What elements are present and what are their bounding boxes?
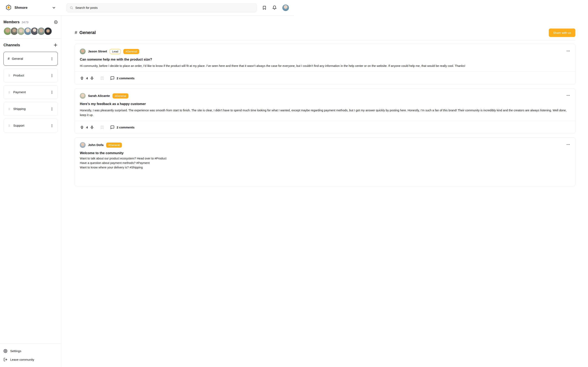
drag-handle-icon[interactable] xyxy=(8,91,11,94)
hash-icon: # xyxy=(75,30,77,35)
author-avatar xyxy=(80,142,86,148)
post-title: Here’s my feedback as a happy customer xyxy=(75,99,294,106)
channel-menu-button[interactable] xyxy=(50,74,54,77)
channel-item-support[interactable]: Support xyxy=(3,119,58,133)
author-avatar xyxy=(80,93,86,99)
bookmark-icon xyxy=(262,6,267,10)
vote-count: 4 xyxy=(86,76,88,80)
kebab-icon xyxy=(50,124,54,128)
divider xyxy=(75,40,294,40)
eye-icon xyxy=(54,20,58,24)
page-title: # General xyxy=(75,30,96,35)
upvote-button[interactable] xyxy=(80,76,84,80)
arrow-down-icon xyxy=(90,76,94,80)
kebab-icon xyxy=(50,107,54,111)
channel-menu-button[interactable] xyxy=(50,124,54,128)
members-title: Members xyxy=(3,20,20,24)
upvote-button[interactable] xyxy=(80,125,84,129)
save-post-button[interactable] xyxy=(100,76,104,80)
channel-item-product[interactable]: Product xyxy=(3,68,58,82)
chevron-down-icon[interactable] xyxy=(52,6,56,10)
kebab-icon xyxy=(50,74,54,77)
comment-icon xyxy=(110,125,114,129)
community-switcher[interactable]: Shmore xyxy=(0,4,61,11)
member-avatar xyxy=(44,27,52,35)
author-name: John Dofa xyxy=(88,143,104,147)
arrow-down-icon xyxy=(90,125,94,129)
channel-menu-button[interactable] xyxy=(50,57,54,61)
author-avatar xyxy=(80,49,86,54)
members-count: 3479 xyxy=(22,20,28,24)
channel-menu-button[interactable] xyxy=(50,107,54,111)
search-input[interactable] xyxy=(75,6,254,9)
comment-icon xyxy=(110,76,114,80)
plus-icon xyxy=(53,43,58,47)
app-name: Shmore xyxy=(15,6,27,10)
role-badge: Lead xyxy=(110,49,121,54)
channel-item-general[interactable]: # General xyxy=(3,52,58,66)
topbar-actions xyxy=(262,4,294,11)
channel-item-payment[interactable]: Payment xyxy=(3,85,58,99)
search-icon xyxy=(70,6,73,9)
post-body: Honestly, I was pleasantly surprised. Th… xyxy=(75,108,294,117)
main-content: # General Share with us Jason Street Lea… xyxy=(61,16,294,184)
channel-list: # General Product Payment xyxy=(3,52,58,133)
kebab-icon xyxy=(50,57,54,61)
channel-menu-button[interactable] xyxy=(50,90,54,94)
arrow-up-icon xyxy=(80,76,84,80)
search-bar[interactable] xyxy=(67,3,257,12)
channels-title: Channels xyxy=(3,43,20,47)
post-list: Jason Street Lead #General Can someone h… xyxy=(75,44,294,184)
members-avatar-row xyxy=(3,27,58,35)
author-name: Jason Street xyxy=(88,50,107,53)
add-channel-button[interactable] xyxy=(53,43,58,47)
post-card[interactable]: John Dofa #General Welcome to the commun… xyxy=(75,137,294,184)
drag-handle-icon[interactable] xyxy=(8,74,11,77)
notifications-button[interactable] xyxy=(272,5,277,10)
post-card[interactable]: Jason Street Lead #General Can someone h… xyxy=(75,44,294,85)
vote-count: 4 xyxy=(86,125,88,129)
hash-icon: # xyxy=(8,57,9,60)
drag-handle-icon[interactable] xyxy=(8,108,11,110)
channel-item-shipping[interactable]: Shipping xyxy=(3,102,58,116)
members-section: Members 3479 xyxy=(0,16,61,39)
bookmarks-button[interactable] xyxy=(262,6,267,10)
post-title: Welcome to the community xyxy=(75,148,294,155)
comments-button[interactable]: 2 comments xyxy=(110,125,135,129)
channel-tag[interactable]: #General xyxy=(112,93,129,99)
comments-count: 2 comments xyxy=(117,125,135,129)
post-body: Hi community, before I decide to place a… xyxy=(75,64,294,68)
shmore-logo-icon xyxy=(5,4,12,11)
post-footer: 4 2 comments xyxy=(75,121,294,133)
channel-tag[interactable]: #General xyxy=(106,142,122,148)
channel-tag[interactable]: #General xyxy=(123,49,139,54)
downvote-button[interactable] xyxy=(90,76,94,80)
comments-button[interactable]: 2 comments xyxy=(110,76,135,80)
top-bar: Shmore xyxy=(0,0,294,16)
post-body: Want to talk about our product ecosystem… xyxy=(75,156,294,170)
post-footer: 4 2 comments xyxy=(75,72,294,84)
drag-handle-icon[interactable] xyxy=(8,124,11,127)
post-card[interactable]: Sarah Alicante #General Here’s my feedba… xyxy=(75,88,294,134)
downvote-button[interactable] xyxy=(90,125,94,129)
author-name: Sarah Alicante xyxy=(88,94,110,98)
channels-section: Channels # General Product xyxy=(0,39,61,133)
bookmark-plus-icon xyxy=(100,76,104,80)
kebab-icon xyxy=(50,90,54,94)
bell-icon xyxy=(272,5,277,10)
comments-count: 2 comments xyxy=(117,76,135,80)
view-members-button[interactable] xyxy=(54,20,58,24)
save-post-button[interactable] xyxy=(100,125,104,129)
arrow-up-icon xyxy=(80,125,84,129)
post-title: Can someone help me with the product siz… xyxy=(75,54,294,61)
user-avatar[interactable] xyxy=(282,4,289,11)
sidebar: Members 3479 Channels # General xyxy=(0,16,61,184)
bookmark-plus-icon xyxy=(100,125,104,129)
